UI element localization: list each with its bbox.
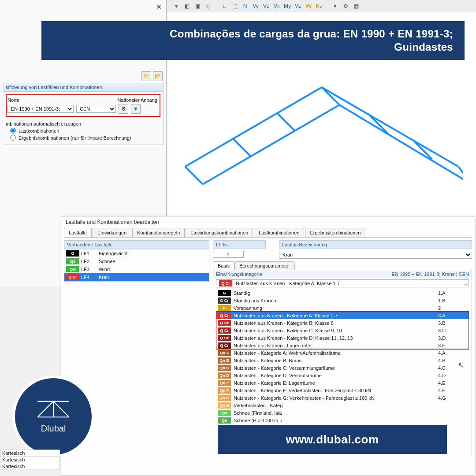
annex-select[interactable]: CEN: [76, 105, 116, 113]
close-icon[interactable]: ✕: [156, 3, 162, 11]
cat-standard-label: EN 1990 + EN 1991-3; Krane | CEN: [391, 271, 469, 277]
load-case-row[interactable]: Q CrLF4Kran: [64, 273, 209, 281]
toolbar-icon[interactable]: ✦: [331, 2, 339, 11]
brand-name: Dlubal: [41, 424, 66, 434]
overlay-line1: Combinações de cargas da grua: EN 1990 +…: [53, 27, 453, 41]
toolbar-icon[interactable]: ◇: [204, 2, 212, 11]
toolbar-icon[interactable]: Pz: [315, 2, 324, 11]
svg-line-6: [458, 167, 463, 184]
load-case-row[interactable]: GLF1Eigengewicht: [64, 249, 209, 257]
load-case-row[interactable]: QwLF3Wind: [64, 265, 209, 273]
bottom-left-list: KartesischKartesischKartesisch: [0, 450, 60, 470]
toolbar-icon[interactable]: Vz: [262, 2, 271, 11]
tag-icon: Q Cr: [219, 280, 232, 286]
category-row[interactable]: PVorspannung2: [216, 304, 469, 312]
brand-logo: Dlubal: [15, 378, 92, 455]
category-row[interactable]: Q CrNutzlasten aus Kranen - Kategorie A:…: [216, 312, 469, 319]
toolbar-icon[interactable]: ⎌: [219, 2, 228, 11]
category-row[interactable]: Qn GNutzlasten - Kategorie G: Verkehrsla…: [216, 394, 469, 402]
promo-overlay: Combinações de cargas da grua: EN 1990 +…: [41, 21, 465, 60]
norm-label: Norm:: [7, 97, 38, 103]
category-row[interactable]: Qn CNutzlasten - Kategorie C: Versammlun…: [216, 364, 469, 372]
category-row[interactable]: Qn ANutzlasten - Kategorie A: Wohn/Aufen…: [216, 349, 469, 357]
category-dropdown[interactable]: Q Cr Nutzlasten aus Kranen - Kategorie A…: [216, 279, 469, 287]
toolbar-icon[interactable]: ▤: [352, 2, 361, 11]
tab-einwirkungen[interactable]: Einwirkungen: [93, 228, 131, 237]
category-row[interactable]: Qn HVerkehrslasten - Kateg: [216, 402, 469, 409]
cat-header-label: Einwirkungskategorie: [216, 271, 262, 277]
category-row[interactable]: Q CrNutzlasten aus Kranen - Kategorie C:…: [216, 327, 469, 334]
list-item: Kartesisch: [0, 457, 60, 463]
load-case-table: GLF1EigengewichtQsLF2SchneeQwLF3WindQ Cr…: [64, 249, 209, 282]
category-row[interactable]: Q CrNutzlasten aus Kranen - Lagerkräfte3…: [216, 342, 469, 349]
toolbar-icon[interactable]: Py: [304, 2, 313, 11]
tab-ergebniskombinationen[interactable]: Ergebniskombinationen: [305, 228, 365, 237]
subtab-berechnungsparameter[interactable]: Berechnungsparameter: [234, 261, 295, 270]
toolbar-icon[interactable]: ⬚: [230, 2, 239, 11]
auto-combine-label: mbinationen automatisch erzeugen: [6, 121, 160, 126]
toolbar-icon[interactable]: Vy: [251, 2, 260, 11]
list-item: Kartesisch: [0, 450, 60, 457]
opt-result-comb[interactable]: [10, 135, 16, 141]
toolbar-icon[interactable]: N: [241, 2, 249, 11]
category-row[interactable]: Qn DNutzlasten - Kategorie D: Verkaufsrä…: [216, 372, 469, 379]
category-row[interactable]: G CrStändig aus Kranen1.B: [216, 297, 469, 304]
subtabs: BasisBerechnungsparameter: [213, 261, 472, 270]
mouse-cursor: ↖: [458, 361, 464, 369]
brand-url: www.dlubal.com: [218, 425, 447, 454]
svg-line-7: [234, 139, 251, 157]
tab-lastkombinationen[interactable]: Lastkombinationen: [254, 228, 304, 237]
toolbar-icon[interactable]: ▾: [172, 2, 181, 11]
category-row[interactable]: QsSchnee (Finnland, Isla: [216, 409, 469, 416]
category-row[interactable]: Qn ENutzlasten - Kategorie E: Lagerräume…: [216, 379, 469, 387]
toolbar-icon[interactable]: My: [283, 2, 292, 11]
list-item: Kartesisch: [0, 463, 60, 470]
dialog-tabs: LastfälleEinwirkungenKombinationsregelnE…: [64, 228, 472, 238]
tab-kombinationsregeln[interactable]: Kombinationsregeln: [132, 228, 185, 237]
folder-new-icon[interactable]: 📁: [141, 71, 151, 81]
svg-line-3: [339, 105, 463, 184]
logo-icon: [37, 400, 69, 422]
folder-open-icon[interactable]: 📂: [153, 71, 163, 81]
category-row[interactable]: Qn BNutzlasten - Kategorie B: Büros4.B: [216, 357, 469, 364]
toolbar-icon[interactable]: Mz: [294, 2, 302, 11]
lf-nr-input[interactable]: [213, 251, 244, 258]
svg-line-4: [185, 167, 203, 184]
category-row[interactable]: GStändig1.A: [216, 289, 469, 297]
dialog-title: Lastfälle und Kombinationen bearbeiten: [61, 216, 475, 228]
category-row[interactable]: Q CrNutzlasten aus Kranen - Kategorie B:…: [216, 319, 469, 327]
norm-select[interactable]: EN 1990 + EN 1991-3;: [7, 105, 74, 113]
overlay-line2: Guindastes: [53, 41, 453, 54]
load-case-row[interactable]: QsLF2Schnee: [64, 257, 209, 265]
lf-bez-label: Lastfall-Bezeichnung: [279, 240, 472, 249]
lf-bez-select[interactable]: Kran: [279, 251, 472, 259]
structure-lines: [181, 74, 463, 206]
annex-label: Nationaler Anhang:: [117, 97, 159, 103]
group-header: sifizierung von Lastfällen und Kombinati…: [3, 83, 163, 92]
tab-lastfälle[interactable]: Lastfälle: [64, 228, 92, 237]
opt-load-comb[interactable]: [10, 128, 16, 134]
category-row[interactable]: Q CrNutzlasten aus Kranen - Kategorie D:…: [216, 334, 469, 342]
tab-einwirkungskombinationen[interactable]: Einwirkungskombinationen: [186, 228, 253, 237]
category-row[interactable]: QsSchnee (H > 1000 m ü: [216, 416, 469, 424]
category-row[interactable]: Qn FNutzlasten - Kategorie F: Verkehrsla…: [216, 387, 469, 394]
lf-nr-label: LF Nr.: [213, 240, 266, 249]
svg-line-8: [278, 114, 295, 131]
filter-icon[interactable]: ▼: [131, 104, 141, 114]
svg-line-15: [53, 401, 69, 417]
toolbar-icon[interactable]: ⚙: [341, 2, 350, 11]
toolbar-icon[interactable]: ◧: [182, 2, 191, 11]
chevron-down-icon: ⌄: [464, 281, 468, 286]
toolbar-icon[interactable]: ▣: [193, 2, 202, 11]
toolbar-icon[interactable]: Mт: [272, 2, 281, 11]
lf-panel-title: Vorhandene Lastfälle: [64, 240, 209, 249]
settings-icon[interactable]: ⚙: [119, 104, 128, 114]
subtab-basis[interactable]: Basis: [213, 261, 234, 270]
svg-line-14: [37, 401, 53, 417]
svg-line-1: [322, 87, 458, 167]
classification-group: sifizierung von Lastfällen und Kombinati…: [3, 83, 164, 145]
